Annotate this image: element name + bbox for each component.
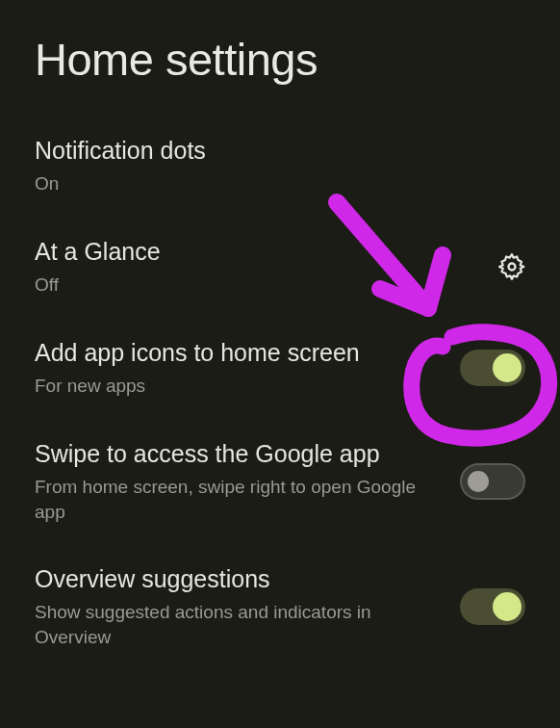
swipe-google-title: Swipe to access the Google app (35, 439, 445, 469)
swipe-google-subtitle: From home screen, swipe right to open Go… (35, 475, 445, 524)
overview-row[interactable]: Overview suggestions Show suggested acti… (35, 564, 525, 650)
add-icons-toggle[interactable] (460, 350, 525, 386)
notification-dots-title: Notification dots (35, 136, 510, 166)
add-icons-subtitle: For new apps (35, 374, 445, 399)
page-title: Home settings (35, 33, 525, 86)
add-icons-title: Add app icons to home screen (35, 338, 445, 368)
gear-icon[interactable] (498, 253, 525, 280)
at-a-glance-value: Off (35, 273, 483, 298)
overview-toggle[interactable] (460, 588, 525, 625)
swipe-google-toggle[interactable] (460, 463, 525, 500)
swipe-google-row[interactable]: Swipe to access the Google app From home… (35, 439, 525, 525)
overview-subtitle: Show suggested actions and indicators in… (35, 600, 445, 649)
toggle-thumb (493, 353, 522, 382)
notification-dots-value: On (35, 171, 510, 196)
toggle-thumb (493, 592, 522, 621)
overview-title: Overview suggestions (35, 564, 445, 594)
notification-dots-row[interactable]: Notification dots On (35, 136, 525, 196)
toggle-thumb (468, 471, 489, 492)
at-a-glance-row[interactable]: At a Glance Off (35, 237, 525, 298)
at-a-glance-title: At a Glance (35, 237, 483, 267)
add-icons-row[interactable]: Add app icons to home screen For new app… (35, 338, 525, 399)
svg-point-0 (509, 264, 516, 271)
